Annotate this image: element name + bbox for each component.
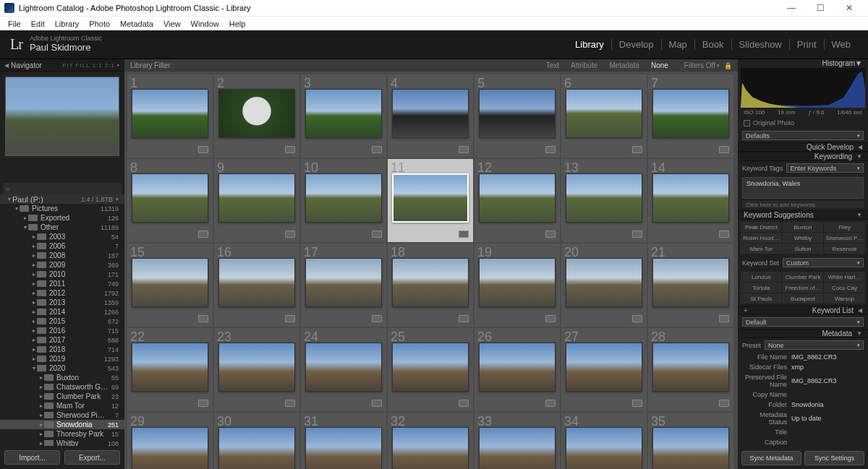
grid-cell-34[interactable]: 34 [561,413,647,469]
keywordset-item[interactable]: Coco Cay [824,283,865,293]
meta-metadata-status[interactable]: Metadata StatusUp to date [738,410,868,427]
meta-title[interactable]: Title [738,427,868,437]
original-photo-toggle[interactable]: Original Photo [738,117,868,129]
grid-cell-16[interactable]: 16 [214,244,299,327]
folder-thoresby-park[interactable]: ▸Thoresby Park15 [0,429,124,439]
suggestion-item[interactable]: Sherwood P… [824,233,865,243]
metadata-header[interactable]: Metadata▼ [738,329,868,338]
grid-cell-31[interactable]: 31 [301,413,386,469]
grid-cell-19[interactable]: 19 [475,244,560,327]
module-map[interactable]: Map [662,39,695,50]
menu-window[interactable]: Window [186,20,224,28]
grid-cell-20[interactable]: 20 [561,244,647,327]
folder-sherwood-pi-[interactable]: ▸Sherwood Pi…7 [0,410,124,420]
meta-sidecar-files[interactable]: Sidecar Filesxmp [738,362,868,372]
module-book[interactable]: Book [695,39,732,50]
menu-help[interactable]: Help [224,20,251,28]
folder-whitby[interactable]: ▸Whitby108 [0,439,124,446]
folder-2018[interactable]: ▸2018714 [0,345,124,354]
grid-cell-32[interactable]: 32 [388,413,473,469]
folder-2017[interactable]: ▸2017688 [0,335,124,345]
grid-cell-1[interactable]: 1 [127,74,213,158]
defaults-dropdown[interactable]: Defaults▾ [742,131,864,140]
menu-view[interactable]: View [158,20,186,28]
grid-cell-24[interactable]: 24 [301,328,386,411]
module-slideshow[interactable]: Slideshow [732,39,790,50]
folder-2015[interactable]: ▸2015672 [0,317,124,326]
keywording-header[interactable]: Keywording▼ [738,152,868,161]
grid-cell-35[interactable]: 35 [648,413,733,469]
sync-metadata-button[interactable]: Sync Metadata [741,451,801,465]
keyword-input[interactable]: Click here to add keywords [742,201,864,208]
grid-cell-33[interactable]: 33 [475,413,560,469]
suggestion-item[interactable]: Reservoir [824,244,865,254]
menu-edit[interactable]: Edit [26,20,50,28]
lock-icon[interactable]: 🔒 [724,62,732,69]
minimize-button[interactable]: — [777,3,806,13]
keywordset-item[interactable]: Freedom of… [783,283,824,293]
export-button[interactable]: Export... [64,450,120,465]
folder-2019[interactable]: ▸20191293 [0,354,124,363]
folder-2011[interactable]: ▸2011749 [0,279,124,288]
quick-develop-header[interactable]: Quick Develop◀ [738,142,868,152]
navigator-zoom-opts[interactable]: FIT FILL 1:1 3:1 [63,62,115,69]
grid-cell-29[interactable]: 29 [127,413,213,469]
filter-tab-text[interactable]: Text [540,61,565,69]
folder-2006[interactable]: ▸20067 [0,241,124,251]
folder-2014[interactable]: ▸20141266 [0,307,124,317]
keyword-tags-mode[interactable]: Enter Keywords▾ [786,163,864,173]
grid-cell-28[interactable]: 28 [648,328,733,411]
meta-caption[interactable]: Caption [738,437,868,447]
grid-cell-22[interactable]: 22 [127,328,213,411]
menu-file[interactable]: File [3,20,26,28]
grid-cell-2[interactable]: 2 [214,74,299,158]
keywordset-item[interactable]: St Pauls [741,293,782,304]
folder-2010[interactable]: ▸2010171 [0,270,124,279]
folder-snowdonia[interactable]: ▸Snowdonia251 [0,420,124,429]
menu-metadata[interactable]: Metadata [115,20,158,28]
menu-library[interactable]: Library [50,20,85,28]
suggestion-item[interactable]: Peak District [741,222,782,232]
folder-chatsworth-g-[interactable]: ▸Chatsworth G…69 [0,382,124,392]
meta-file-name[interactable]: File NameIMG_8862.CR3 [738,352,868,362]
import-button[interactable]: Import... [4,450,60,465]
grid-cell-9[interactable]: 9 [214,159,299,242]
keyword-set-dropdown[interactable]: Custom▾ [783,258,864,267]
keywordset-item[interactable]: Tortola [741,283,782,293]
keywordset-item[interactable]: Clumber Park [783,272,824,282]
grid-cell-13[interactable]: 13 [561,159,647,242]
filters-status[interactable]: Filters Off [684,61,715,69]
folder-2003[interactable]: ▸200354 [0,232,124,241]
folder-2020[interactable]: ▾2020543 [0,363,124,373]
volume-row[interactable]: ▾Paul (P:)1.4 / 1.8TB ▾ [0,194,124,204]
grid-cell-5[interactable]: 5 [475,74,560,158]
metadata-preset-dropdown[interactable]: None▾ [765,340,864,350]
meta-preserved-file-name[interactable]: Preserved File NameIMG_8862.CR3 [738,372,868,390]
navigator-header[interactable]: ◀ Navigator FIT FILL 1:1 3:1 ▸ [0,59,124,72]
grid-cell-26[interactable]: 26 [475,328,560,411]
grid-cell-25[interactable]: 25 [388,328,473,411]
grid-cell-6[interactable]: 6 [561,74,647,158]
suggestion-item[interactable]: Mam Tor [741,244,782,254]
folder-2016[interactable]: ▸2016715 [0,326,124,335]
folder-buxton[interactable]: ▸Buxton55 [0,373,124,382]
grid-cell-17[interactable]: 17 [301,244,386,327]
suggestion-item[interactable]: Whitby [783,233,824,243]
folder-2012[interactable]: ▸20121792 [0,288,124,298]
histogram[interactable] [741,68,865,108]
keyword-list-header[interactable]: +Keyword List◀ [738,306,868,315]
grid-cell-12[interactable]: 12 [475,159,560,242]
grid-cell-15[interactable]: 15 [127,244,213,327]
grid-cell-8[interactable]: 8 [127,159,213,242]
folder-mam-tor[interactable]: ▸Mam Tor12 [0,401,124,410]
module-library[interactable]: Library [568,39,612,50]
filter-tab-metadata[interactable]: Metadata [603,61,645,69]
suggestion-item[interactable]: Robin Hood… [741,233,782,243]
suggestion-item[interactable]: Sutton [783,244,824,254]
grid-cell-21[interactable]: 21 [648,244,733,327]
module-web[interactable]: Web [825,39,859,50]
folder-exported[interactable]: ▸Exported126 [0,213,124,223]
grid-cell-30[interactable]: 30 [214,413,299,469]
folder-other[interactable]: ▾Other11189 [0,223,124,232]
grid-cell-14[interactable]: 14 [648,159,733,242]
